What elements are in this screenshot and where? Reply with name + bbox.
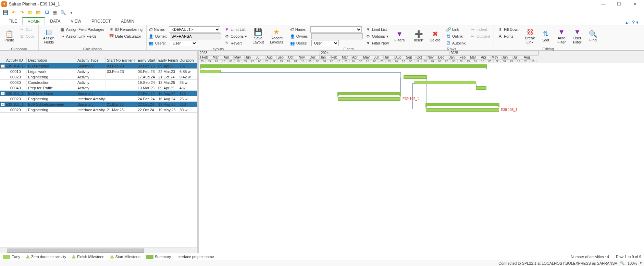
tab-data[interactable]: DATA	[45, 17, 65, 25]
revert-button[interactable]: ↻Revert	[223, 40, 249, 47]
autolink-button[interactable]: ☑Autolink	[444, 40, 467, 47]
id-renumbering-button[interactable]: ≡ID Renumbering	[107, 26, 144, 33]
filter-limit-list-button[interactable]: ▼Limit List	[364, 26, 391, 33]
task-bar[interactable]	[414, 81, 476, 84]
zoom-icon[interactable]: 🔍	[620, 261, 625, 265]
date-calculator-button[interactable]: 📅Date Calculator	[107, 33, 144, 40]
tab-admin[interactable]: ADMIN	[116, 17, 139, 25]
outdent-button[interactable]: ⇤Outdent	[469, 33, 492, 40]
task-bar[interactable]	[338, 97, 400, 101]
page-icon[interactable]: ▾	[68, 9, 75, 16]
filter-owner-input[interactable]	[311, 33, 363, 39]
col-early-start[interactable]: Early Start	[136, 58, 157, 63]
sort-button[interactable]: ⇅Sort	[538, 26, 553, 47]
group-label: Layouts	[149, 47, 285, 51]
activity-grid: Activity ID Description Activity Type St…	[0, 51, 199, 253]
close-button[interactable]: ✕	[627, 0, 643, 8]
zoom-level[interactable]: 100%	[628, 261, 637, 265]
grid-hscrollbar[interactable]	[0, 248, 197, 253]
legend-finish: Finish Milestone	[77, 255, 104, 259]
legend-early: Early	[12, 255, 20, 259]
task-bar[interactable]	[200, 70, 221, 73]
layout-options-button[interactable]: ⚙Options ▾	[223, 33, 249, 40]
assign-fields-button[interactable]: ▤Assign Fields	[41, 26, 57, 47]
bar-label: E39 102_1	[402, 97, 419, 101]
tab-home[interactable]: HOME	[22, 17, 45, 25]
layout-owner-input[interactable]	[170, 33, 221, 39]
redo-icon[interactable]: ↷	[18, 9, 25, 16]
break-link-button[interactable]: ⛓Break Link	[523, 26, 537, 47]
table-row[interactable]: 00020EngineeringInterface Activity24.Feb…	[0, 96, 197, 102]
filter-name-label: Name:	[295, 27, 309, 31]
undo-icon[interactable]: ↶	[10, 9, 17, 16]
insert-button[interactable]: ➕Insert	[411, 26, 426, 47]
assign-link-fields-button[interactable]: ⇢Assign Link Fields	[58, 33, 106, 40]
table-row[interactable]: −E39 104_1E39 RogfastSummary03.Feb.2303.…	[0, 63, 197, 69]
paste-button[interactable]: 📋Paste	[2, 26, 16, 47]
find-button[interactable]: 🔍Find	[586, 26, 600, 47]
filter-options-button[interactable]: ⚙Options ▾	[364, 33, 391, 40]
collapse-icon[interactable]: −	[1, 92, 5, 95]
filter-now-button[interactable]: ▼Filter Now	[364, 40, 391, 47]
quick-access-toolbar: 💾 ↶ ↷ 📁 📂 🖫 ▦ 🔍 ▾	[0, 8, 644, 17]
tab-file[interactable]: FILE	[3, 17, 22, 25]
fonts-button[interactable]: AFonts	[496, 33, 521, 40]
collapse-ribbon-icon[interactable]: ▴	[623, 20, 630, 25]
delete-button[interactable]: ✖Delete	[427, 26, 443, 47]
indent-button[interactable]: ⇥Indent	[469, 26, 492, 33]
col-early-finish[interactable]: Early Finish	[157, 58, 178, 63]
print-preview-icon[interactable]: 🔍	[60, 9, 66, 16]
save-icon[interactable]: 💾	[2, 9, 9, 16]
collapse-icon[interactable]: −	[1, 64, 5, 68]
filter-users-select[interactable]: User	[311, 40, 339, 46]
layout-users-select[interactable]: User	[170, 40, 197, 46]
minimize-button[interactable]: —	[595, 0, 611, 8]
recent-layouts-button[interactable]: ★Recent Layouts	[268, 26, 286, 47]
col-activity-type[interactable]: Activity Type	[76, 58, 106, 63]
task-bar[interactable]	[476, 86, 486, 90]
save-layout-button[interactable]: 💾Save Layout	[250, 26, 266, 47]
folder-icon[interactable]: 📁	[27, 9, 34, 16]
task-bar[interactable]	[404, 75, 427, 79]
grid-header: Activity ID Description Activity Type St…	[0, 51, 197, 63]
col-snlt[interactable]: Start No Earlier Than	[106, 58, 136, 63]
task-bar[interactable]	[426, 108, 499, 112]
summary-bar[interactable]	[337, 92, 401, 95]
cut-button[interactable]: ✂Cut	[18, 26, 36, 33]
table-row[interactable]: 00040Prep for TrafficActivity13.Mar.2509…	[0, 85, 197, 91]
folder-open-icon[interactable]: 📂	[35, 9, 42, 16]
maximize-button[interactable]: ☐	[611, 0, 627, 8]
link-button[interactable]: 🔗Link	[444, 26, 467, 33]
group-label: Editing	[496, 47, 600, 51]
unlink-button[interactable]: ⛓Unlink	[444, 33, 467, 40]
save2-icon[interactable]: 🖫	[43, 9, 50, 16]
table-row[interactable]: 00020EngineeringActivity17.Aug.2421.Oct.…	[0, 74, 197, 80]
table-icon[interactable]: ▦	[51, 9, 58, 16]
col-activity-id[interactable]: Activity ID	[0, 58, 27, 63]
tab-view[interactable]: VIEW	[66, 17, 87, 25]
fill-down-button[interactable]: ⬇Fill Down	[496, 26, 521, 33]
help-icon[interactable]: ? ▾	[630, 20, 641, 25]
user-filter-button[interactable]: ▼User Filter	[570, 26, 584, 47]
window-title: Safran Planner - E39 104_1	[9, 2, 60, 7]
table-row[interactable]: −E39 105_1E39 SykkelstamveienSummary21.M…	[0, 102, 197, 107]
assign-field-packages-button[interactable]: ▦Assign Field Packages	[58, 26, 106, 33]
table-row[interactable]: 00010Legal workActivity03.Feb.2303.Feb.2…	[0, 69, 197, 74]
summary-bar[interactable]	[200, 64, 487, 68]
limit-list-button[interactable]: ▼Limit List	[223, 26, 249, 33]
zoom-dropdown-icon[interactable]: ▾	[640, 261, 642, 265]
table-row[interactable]: 00030ConstructionActivity19.Sep.2412.Mar…	[0, 80, 197, 85]
filter-name-select[interactable]	[310, 26, 362, 33]
titlebar: ✦ Safran Planner - E39 104_1 — ☐ ✕	[0, 0, 644, 8]
tab-project[interactable]: PROJECT	[86, 17, 116, 25]
col-duration[interactable]: Duration	[178, 58, 195, 63]
layout-name-select[interactable]: <DEFAULT>	[169, 26, 220, 33]
auto-filter-button[interactable]: ▼Auto Filter	[554, 26, 569, 47]
table-row[interactable]: 00020EngineeringInterface Activity21.Mar…	[0, 107, 197, 113]
collapse-icon[interactable]: −	[1, 103, 5, 106]
filters-button[interactable]: ▼Filters	[392, 26, 407, 47]
copy-button[interactable]: ⧉Copy	[18, 33, 36, 40]
summary-bar[interactable]	[425, 103, 499, 106]
table-row[interactable]: −E39 102_1E39 Lille MatreSummary24.Feb.2…	[0, 91, 197, 96]
col-description[interactable]: Description	[27, 58, 76, 63]
